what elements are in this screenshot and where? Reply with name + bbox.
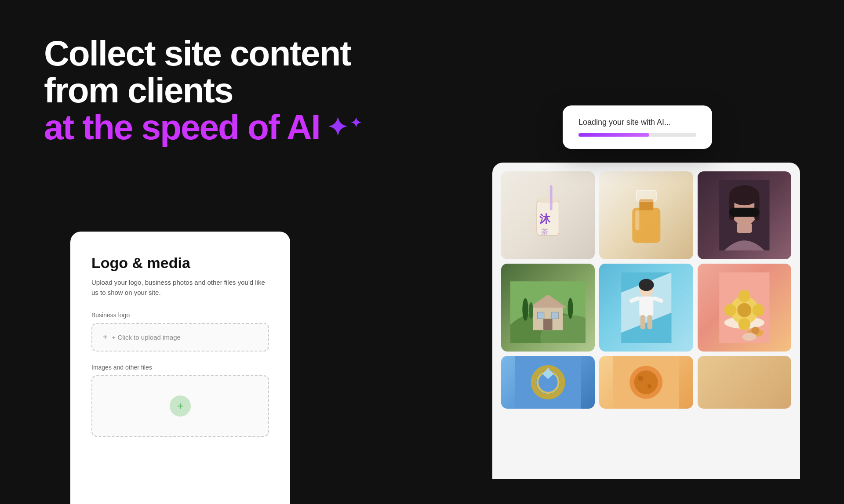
svg-rect-21 — [538, 312, 544, 319]
svg-rect-31 — [639, 297, 653, 317]
logo-upload-zone[interactable]: + + Click to upload image — [91, 323, 269, 352]
svg-point-39 — [738, 290, 750, 302]
business-logo-label: Business logo — [91, 312, 269, 319]
perfume-illustration — [609, 180, 684, 250]
grid-item-ring — [501, 356, 595, 409]
drink-illustration: 沐 茶 — [510, 180, 586, 250]
svg-point-40 — [738, 318, 750, 330]
svg-point-30 — [639, 279, 654, 291]
image-grid: 沐 茶 — [501, 171, 791, 352]
svg-text:茶: 茶 — [542, 228, 549, 236]
svg-point-53 — [634, 370, 658, 394]
svg-rect-2 — [550, 185, 553, 210]
upload-plus-icon: + — [103, 333, 108, 342]
form-card: Logo & media Upload your logo, business … — [70, 232, 290, 504]
loading-text: Loading your site with AI... — [578, 118, 696, 127]
form-description: Upload your logo, business photos and ot… — [91, 278, 269, 297]
grid-item-villa — [501, 264, 595, 352]
progress-bar-fill — [578, 133, 649, 137]
grid-item-extra — [698, 356, 791, 409]
add-files-button[interactable]: + — [170, 395, 191, 417]
add-icon: + — [177, 400, 183, 412]
svg-rect-47 — [515, 356, 581, 409]
grid-item-model — [698, 171, 791, 259]
images-upload-zone[interactable]: + — [91, 375, 269, 437]
hero-section: Collect site content from clients at the… — [44, 35, 360, 146]
grid-item-drink: 沐 茶 — [501, 171, 595, 259]
hero-line-2: from clients — [44, 72, 360, 109]
bottom-row — [501, 356, 791, 409]
svg-rect-34 — [640, 315, 645, 329]
svg-rect-7 — [636, 190, 656, 201]
ring-illustration — [501, 356, 595, 409]
svg-point-41 — [724, 304, 736, 316]
upload-placeholder-text: + Click to upload image — [112, 334, 181, 341]
skater-illustration — [609, 272, 684, 343]
pastry-illustration — [707, 272, 782, 343]
svg-text:沐: 沐 — [539, 213, 551, 225]
svg-point-42 — [753, 304, 764, 316]
svg-point-25 — [529, 302, 533, 319]
grid-item-perfume — [599, 171, 693, 259]
hero-line-1: Collect site content — [44, 35, 360, 72]
svg-rect-23 — [543, 319, 552, 330]
progress-bar-background — [578, 133, 696, 137]
grid-item-pastry — [698, 264, 791, 352]
model-illustration — [707, 180, 782, 250]
food2-illustration — [599, 356, 693, 409]
svg-point-54 — [638, 376, 644, 381]
svg-point-24 — [523, 298, 529, 321]
svg-rect-35 — [647, 315, 652, 329]
villa-illustration — [510, 272, 586, 343]
svg-rect-15 — [737, 223, 752, 233]
sparkle-icon: ✦✦ — [327, 115, 360, 141]
svg-rect-8 — [635, 210, 639, 231]
grid-item-food2 — [599, 356, 693, 409]
form-title: Logo & media — [91, 254, 269, 272]
hero-line-3: at the speed of AI ✦✦ — [44, 109, 360, 146]
svg-rect-22 — [552, 312, 558, 319]
svg-point-43 — [737, 303, 751, 317]
svg-point-26 — [568, 298, 573, 319]
svg-point-1 — [537, 197, 559, 203]
svg-rect-14 — [729, 208, 760, 217]
images-label: Images and other files — [91, 364, 269, 371]
loading-card: Loading your site with AI... — [563, 105, 712, 149]
hero-line-3-text: at the speed of AI — [44, 109, 320, 146]
image-grid-card: 沐 茶 — [492, 163, 800, 479]
grid-item-skater — [599, 264, 693, 352]
svg-point-55 — [648, 384, 651, 388]
svg-point-46 — [742, 333, 757, 341]
